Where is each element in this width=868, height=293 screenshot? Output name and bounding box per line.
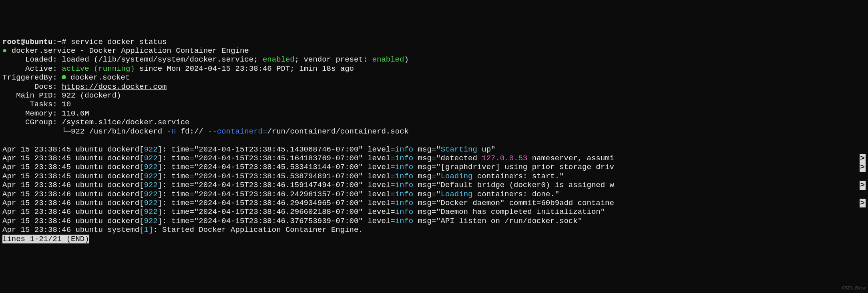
service-desc: Docker Application Container Engine — [89, 46, 249, 55]
active-status: active (running) — [62, 64, 135, 73]
active-label: Active: — [25, 64, 57, 73]
truncation-marker-icon: > — [860, 181, 866, 189]
truncation-marker-icon: > — [860, 154, 866, 163]
preset-flag: enabled — [372, 55, 404, 64]
log-output: Apr 15 23:38:45 ubuntu dockerd[922]: tim… — [2, 145, 866, 226]
tasks-value: 10 — [57, 100, 71, 109]
status-bullet-icon: ● — [2, 46, 7, 55]
enabled-flag: enabled — [263, 55, 295, 64]
log-line: Apr 15 23:38:45 ubuntu dockerd[922]: tim… — [2, 172, 866, 181]
pager-status: lines 1-21/21 (END) — [2, 235, 89, 243]
memory-value: 110.6M — [57, 109, 89, 118]
prompt-user: root@ubuntu — [2, 38, 52, 46]
log-line: Apr 15 23:38:46 ubuntu dockerd[922]: tim… — [2, 207, 866, 216]
tasks-label: Tasks: — [30, 100, 57, 109]
truncation-marker-icon: > — [860, 163, 866, 171]
log-line: Apr 15 23:38:46 ubuntu dockerd[922]: tim… — [2, 217, 866, 225]
cgroup-value: /system.slice/docker.service — [57, 118, 190, 127]
log-line: Apr 15 23:38:45 ubuntu dockerd[922]: tim… — [2, 145, 866, 154]
mainpid-label: Main PID: — [16, 91, 57, 100]
log-line: Apr 15 23:38:46 ubuntu dockerd[922]: tim… — [2, 190, 866, 199]
log-line: Apr 15 23:38:45 ubuntu dockerd[922]: tim… — [2, 163, 866, 171]
command: service docker status — [71, 38, 167, 46]
truncation-marker-icon: > — [860, 199, 866, 207]
prompt: root@ubuntu:~# — [2, 38, 71, 46]
active-since: since Mon 2024-04-15 23:38:46 PDT; 1min … — [135, 64, 354, 73]
watermark: CSDN @kcw — [842, 286, 866, 291]
socket-bullet-icon — [62, 75, 66, 79]
triggered-value: docker.socket — [66, 73, 130, 82]
cmd-flag: -H — [167, 127, 176, 136]
memory-label: Memory: — [25, 109, 57, 118]
prompt-path: ~ — [57, 38, 62, 46]
triggered-label: TriggeredBy: — [2, 73, 57, 82]
systemd-log: Apr 15 23:38:46 ubuntu systemd — [2, 225, 139, 234]
cgroup-label: CGroup: — [25, 118, 57, 127]
terminal[interactable]: root@ubuntu:~# service docker status ● d… — [2, 38, 866, 243]
docs-link[interactable]: https://docs.docker.com — [62, 82, 167, 91]
mainpid-value: 922 (dockerd) — [57, 91, 121, 100]
docs-label: Docs: — [34, 82, 57, 91]
loaded-label: Loaded: — [25, 55, 57, 64]
log-line: Apr 15 23:38:45 ubuntu dockerd[922]: tim… — [2, 154, 866, 163]
tree-branch-icon: └─ — [62, 127, 71, 136]
service-name: docker.service — [12, 46, 76, 55]
cmd-flag: --containerd= — [208, 127, 267, 136]
log-line: Apr 15 23:38:46 ubuntu dockerd[922]: tim… — [2, 199, 866, 207]
log-line: Apr 15 23:38:46 ubuntu dockerd[922]: tim… — [2, 181, 866, 189]
